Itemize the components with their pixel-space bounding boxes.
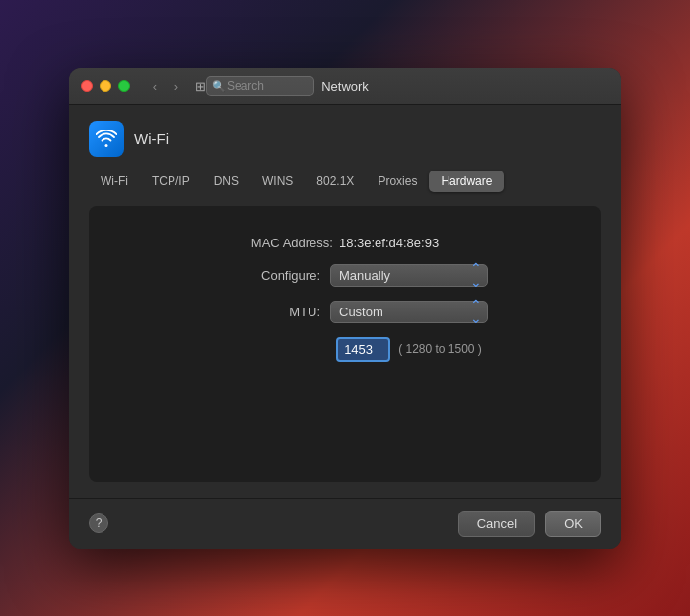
tab-wins[interactable]: WINS [250,171,305,192]
mtu-value-input[interactable] [336,337,390,362]
mac-address-value: 18:3e:ef:d4:8e:93 [339,236,439,250]
configure-select-wrapper: Manually Automatically ⌃⌄ [330,264,488,287]
hardware-settings: MAC Address: 18:3e:ef:d4:8e:93 Configure… [108,236,582,376]
window-body: Wi-Fi Wi-Fi TCP/IP DNS WINS 802.1X Proxi… [69,105,621,498]
footer-actions: Cancel OK [458,511,601,537]
ok-button[interactable]: OK [545,511,601,537]
nav-controls: ‹ › [146,77,185,95]
tab-hardware[interactable]: Hardware [429,171,504,192]
back-button[interactable]: ‹ [146,77,164,95]
tab-tcpip[interactable]: TCP/IP [140,171,202,192]
window-footer: ? Cancel OK [69,498,621,549]
content-area: MAC Address: 18:3e:ef:d4:8e:93 Configure… [89,206,601,482]
mac-address-row: MAC Address: 18:3e:ef:d4:8e:93 [251,236,439,250]
mtu-input-wrapper: ( 1280 to 1500 ) [336,337,482,362]
search-icon: 🔍 [212,80,226,93]
tab-8021x[interactable]: 802.1X [305,171,366,192]
mtu-label: MTU: [202,305,320,319]
close-button[interactable] [81,80,93,92]
configure-row: Configure: Manually Automatically ⌃⌄ [202,264,488,287]
maximize-button[interactable] [118,80,130,92]
minimize-button[interactable] [100,80,111,92]
wifi-header: Wi-Fi [89,121,601,157]
tab-dns[interactable]: DNS [202,171,250,192]
configure-select[interactable]: Manually Automatically [330,264,488,287]
mtu-select[interactable]: Custom Standard (1500) Jumbo (9000) [330,301,488,323]
tab-proxies[interactable]: Proxies [366,171,429,192]
help-button[interactable]: ? [89,513,108,533]
mac-address-label: MAC Address: [251,236,333,250]
window-title: Network [321,79,369,94]
configure-label: Configure: [202,268,320,283]
search-wrapper: 🔍 [206,76,314,96]
cancel-button[interactable]: Cancel [458,511,535,537]
mtu-select-wrapper: Custom Standard (1500) Jumbo (9000) ⌃⌄ [330,301,488,323]
traffic-lights [81,80,130,92]
tabs-bar: Wi-Fi TCP/IP DNS WINS 802.1X Proxies Har… [89,171,601,192]
wifi-label: Wi-Fi [134,130,169,147]
network-preferences-window: ‹ › ⊞ Network 🔍 Wi-Fi Wi-Fi [69,68,621,549]
titlebar: ‹ › ⊞ Network 🔍 [69,68,621,105]
grid-icon: ⊞ [195,79,206,94]
mtu-row: MTU: Custom Standard (1500) Jumbo (9000)… [202,301,488,323]
mtu-range-hint: ( 1280 to 1500 ) [398,342,482,356]
tab-wifi[interactable]: Wi-Fi [89,171,140,192]
wifi-icon [89,121,124,157]
forward-button[interactable]: › [168,77,185,95]
mtu-input-row: ( 1280 to 1500 ) [208,337,482,362]
